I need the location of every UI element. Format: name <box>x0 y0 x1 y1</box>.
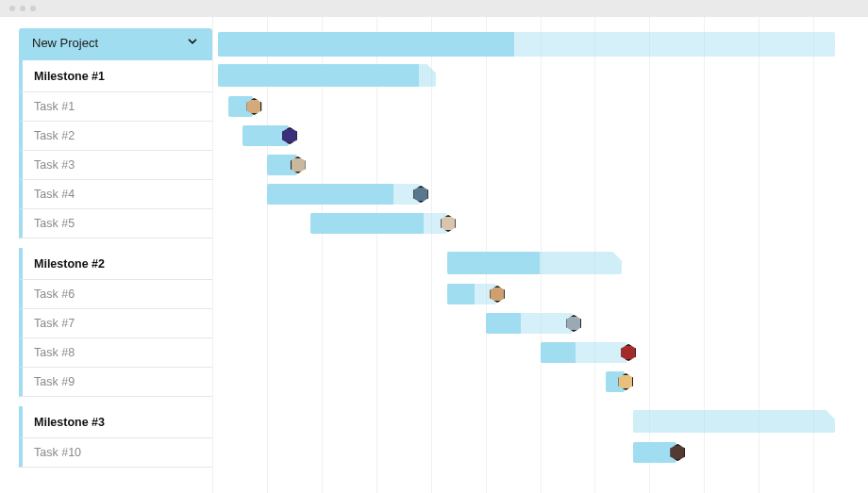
assignee-avatar[interactable] <box>565 315 582 332</box>
assignee-avatar[interactable] <box>489 286 506 303</box>
assignee-avatar[interactable] <box>245 98 262 115</box>
gantt-track <box>212 209 868 238</box>
assignee-avatar[interactable] <box>440 215 457 232</box>
gantt-track <box>212 60 868 92</box>
milestone-row[interactable]: Milestone #2 <box>19 248 212 280</box>
task-label: Task #4 <box>34 188 75 201</box>
gantt-track <box>212 309 868 338</box>
task-label: Task #10 <box>34 446 81 459</box>
assignee-avatar[interactable] <box>620 344 637 361</box>
progress-fill <box>486 313 521 334</box>
gantt-track <box>212 406 868 438</box>
progress-fill <box>541 342 576 363</box>
assignee-avatar[interactable] <box>281 127 298 144</box>
assignee-avatar[interactable] <box>617 373 634 390</box>
progress-fill <box>447 252 540 274</box>
milestone-bar[interactable] <box>633 410 835 433</box>
task-label: Task #1 <box>34 100 75 113</box>
gantt-app: New ProjectMilestone #1Task #1Task #2Tas… <box>0 17 868 493</box>
gantt-track <box>212 180 868 209</box>
task-row[interactable]: Task #2 <box>19 122 212 151</box>
task-label: Task #3 <box>34 158 75 172</box>
progress-fill <box>218 32 514 57</box>
task-bar[interactable] <box>228 96 253 117</box>
task-row[interactable]: Task #4 <box>19 180 212 209</box>
project-header[interactable]: New Project <box>19 28 212 60</box>
progress-fill <box>267 184 394 205</box>
milestone-label: Milestone #2 <box>34 257 105 271</box>
task-row[interactable]: Task #9 <box>19 368 212 397</box>
task-label: Task #7 <box>34 317 75 330</box>
task-row[interactable]: Task #1 <box>19 92 212 122</box>
gantt-track <box>212 238 868 248</box>
traffic-light <box>30 6 36 11</box>
task-label: Task #5 <box>34 217 75 230</box>
task-row[interactable]: Task #7 <box>19 309 212 338</box>
window-chrome <box>0 0 868 17</box>
gantt-track <box>212 338 868 368</box>
milestone-bar[interactable] <box>447 252 622 274</box>
gantt-track <box>212 122 868 151</box>
sidebar: New ProjectMilestone #1Task #1Task #2Tas… <box>0 17 212 493</box>
task-bar[interactable] <box>486 313 574 334</box>
chevron-down-icon <box>186 35 199 51</box>
milestone-row[interactable]: Milestone #3 <box>19 406 212 438</box>
progress-fill <box>218 64 419 87</box>
gantt-track <box>212 28 868 60</box>
gantt-track <box>212 397 868 406</box>
spacer <box>19 238 212 248</box>
assignee-avatar[interactable] <box>290 156 307 173</box>
gantt-chart <box>212 17 868 493</box>
gantt-track <box>212 92 868 122</box>
gantt-track <box>212 280 868 309</box>
task-label: Task #2 <box>34 129 75 142</box>
task-row[interactable]: Task #3 <box>19 151 212 180</box>
spacer <box>19 397 212 406</box>
progress-fill <box>310 213 424 234</box>
progress-fill <box>447 284 475 304</box>
task-label: Task #6 <box>34 288 75 301</box>
assignee-avatar[interactable] <box>669 444 686 461</box>
gantt-track <box>212 368 868 397</box>
project-title: New Project <box>32 36 98 50</box>
task-label: Task #9 <box>34 375 75 388</box>
gantt-track <box>212 438 868 468</box>
milestone-label: Milestone #1 <box>34 70 105 83</box>
gantt-track <box>212 151 868 180</box>
task-row[interactable]: Task #8 <box>19 338 212 368</box>
traffic-light <box>20 6 25 11</box>
task-bar[interactable] <box>633 442 676 463</box>
assignee-avatar[interactable] <box>412 186 429 203</box>
task-label: Task #8 <box>34 346 75 359</box>
task-row[interactable]: Task #5 <box>19 209 212 238</box>
task-bar[interactable] <box>310 213 447 234</box>
milestone-label: Milestone #3 <box>34 416 105 429</box>
traffic-light <box>9 6 15 11</box>
task-bar[interactable] <box>267 184 420 205</box>
milestone-row[interactable]: Milestone #1 <box>19 60 212 92</box>
summary-bar[interactable] <box>218 32 835 57</box>
task-row[interactable]: Task #10 <box>19 438 212 468</box>
task-bar[interactable] <box>447 284 496 304</box>
task-row[interactable]: Task #6 <box>19 280 212 309</box>
task-bar[interactable] <box>267 155 297 175</box>
task-bar[interactable] <box>541 342 628 363</box>
milestone-bar[interactable] <box>218 64 437 87</box>
gantt-track <box>212 248 868 280</box>
task-bar[interactable] <box>242 125 289 146</box>
task-bar[interactable] <box>606 371 625 392</box>
